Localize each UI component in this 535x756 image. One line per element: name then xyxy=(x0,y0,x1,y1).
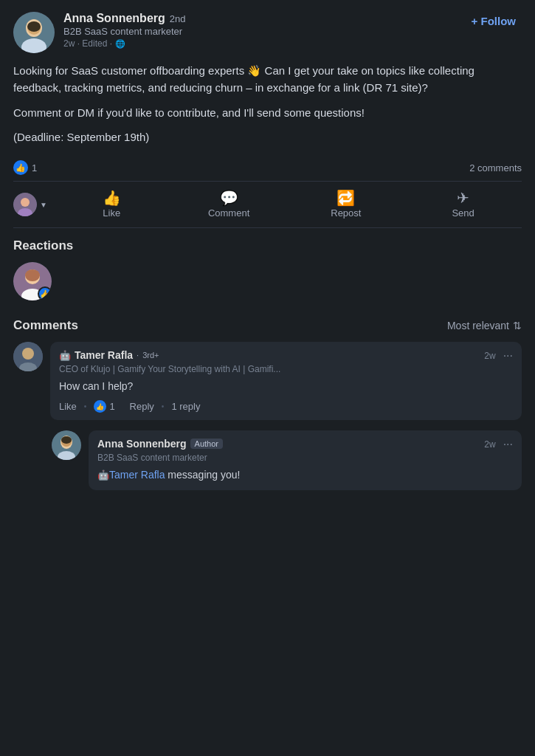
comment-item: 🤖 Tamer Rafla · 3rd+ 2w ··· CEO of Klujo… xyxy=(13,342,522,420)
comment-bubble-tamer: 🤖 Tamer Rafla · 3rd+ 2w ··· CEO of Klujo… xyxy=(50,342,522,420)
comments-header: Comments Most relevant ⇅ xyxy=(13,318,522,333)
comment-like-circle: 👍 xyxy=(94,400,106,413)
reaction-emoji: 👍 xyxy=(38,286,52,300)
reactions-section: Reactions 👍 xyxy=(13,228,522,309)
reply-bubble-anna: Anna Sonnenberg Author 2w ··· B2B SaaS c… xyxy=(89,430,522,490)
author-avatar[interactable] xyxy=(13,12,55,53)
author-title: B2B SaaS content marketer xyxy=(63,26,185,37)
comments-section: Comments Most relevant ⇅ 🤖 Tamer Rafl xyxy=(13,309,522,490)
reply-author-title: B2B SaaS content marketer xyxy=(97,453,513,463)
like-emoji-circle: 👍 xyxy=(13,160,28,175)
send-label: Send xyxy=(452,207,474,219)
sort-button[interactable]: Most relevant ⇅ xyxy=(447,320,522,331)
reply-header-row: Anna Sonnenberg Author 2w ··· xyxy=(97,438,513,451)
reply-avatar-anna[interactable] xyxy=(52,430,81,460)
reactions-label: Reactions xyxy=(13,238,522,253)
sort-icon: ⇅ xyxy=(513,320,522,331)
author-info: Anna Sonnenberg 2nd B2B SaaS content mar… xyxy=(63,12,185,49)
post-time: 2w · Edited · xyxy=(63,38,112,49)
reactor-avatar[interactable]: 👍 xyxy=(13,262,52,300)
comment-like-row: 👍 1 xyxy=(94,400,114,413)
sep3: • xyxy=(162,402,165,410)
comment-meta-row: 2w ··· xyxy=(484,349,513,362)
reply-robot-emoji: 🤖 xyxy=(97,470,109,481)
post-meta: 2w · Edited · 🌐 xyxy=(63,38,185,49)
like-icon: 👍 xyxy=(103,190,121,205)
reactions-count-row: 👍 1 2 comments xyxy=(13,154,522,182)
comment-like-count: 1 xyxy=(109,401,114,412)
post-content: Looking for SaaS customer offboarding ex… xyxy=(13,62,522,145)
comment-time: 2w xyxy=(484,351,495,361)
action-bar-avatar xyxy=(13,193,37,216)
comment-options-icon[interactable]: ··· xyxy=(503,349,513,362)
reply-text-content: messaging you! xyxy=(165,469,240,481)
like-number: 1 xyxy=(32,162,37,173)
author-name[interactable]: Anna Sonnenberg xyxy=(63,12,165,25)
comment-author: 🤖 Tamer Rafla · 3rd+ xyxy=(59,349,159,361)
reply-meta-row: 2w ··· xyxy=(484,438,513,451)
comments-label: Comments xyxy=(13,318,78,333)
sort-label: Most relevant xyxy=(447,320,509,331)
reply-time: 2w xyxy=(484,439,495,450)
like-count[interactable]: 👍 1 xyxy=(13,160,37,175)
commenter-title: CEO of Klujo | Gamify Your Storytelling … xyxy=(59,364,513,374)
author-badge: Author xyxy=(190,439,223,449)
comment-avatar-tamer[interactable] xyxy=(13,342,43,371)
svg-point-6 xyxy=(21,198,30,207)
svg-point-4 xyxy=(27,21,41,32)
follow-button[interactable]: + Follow xyxy=(466,12,522,30)
send-icon: ✈ xyxy=(457,190,469,205)
post-header-left: Anna Sonnenberg 2nd B2B SaaS content mar… xyxy=(13,12,185,53)
reply-comment-item: Anna Sonnenberg Author 2w ··· B2B SaaS c… xyxy=(52,430,522,490)
reply-text: 🤖Tamer Rafla messaging you! xyxy=(97,467,513,483)
comment-author-name[interactable]: Tamer Rafla xyxy=(75,349,133,361)
post-paragraph-1: Looking for SaaS customer offboarding ex… xyxy=(13,62,522,97)
comment-icon: 💬 xyxy=(220,190,238,205)
comments-count[interactable]: 2 comments xyxy=(469,162,522,173)
post-header: Anna Sonnenberg 2nd B2B SaaS content mar… xyxy=(13,12,522,53)
repost-button[interactable]: 🔁 Repost xyxy=(287,186,404,223)
svg-point-11 xyxy=(25,269,40,281)
comment-button[interactable]: 💬 Comment xyxy=(170,186,288,223)
reply-button[interactable]: Reply xyxy=(130,401,154,412)
comment-badge: 3rd+ xyxy=(142,351,159,360)
reply-author-name[interactable]: Anna Sonnenberg xyxy=(97,438,187,450)
reply-mention[interactable]: Tamer Rafla xyxy=(109,469,165,481)
author-name-row: Anna Sonnenberg 2nd xyxy=(63,12,185,25)
comment-header-row: 🤖 Tamer Rafla · 3rd+ 2w ··· xyxy=(59,349,513,362)
post-paragraph-2: Comment or DM if you'd like to contribut… xyxy=(13,104,522,121)
robot-emoji: 🤖 xyxy=(59,350,71,361)
sep1: • xyxy=(84,402,87,410)
reply-options-icon[interactable]: ··· xyxy=(503,438,513,451)
like-label: Like xyxy=(103,207,120,219)
comment-actions: Like • 👍 1 Reply • 1 reply xyxy=(59,400,513,413)
svg-point-13 xyxy=(22,348,34,360)
comment-label: Comment xyxy=(208,207,249,219)
globe-icon: 🌐 xyxy=(115,39,125,49)
repost-icon: 🔁 xyxy=(336,190,355,205)
repost-label: Repost xyxy=(331,207,361,219)
comment-like-button[interactable]: Like xyxy=(59,401,77,412)
comment-connection-badge: · xyxy=(137,351,139,360)
svg-point-19 xyxy=(61,436,72,444)
comment-text: How can I help? xyxy=(59,379,513,394)
post-paragraph-3: (Deadline: September 19th) xyxy=(13,128,522,145)
reply-author: Anna Sonnenberg Author xyxy=(97,438,223,450)
reply-count[interactable]: 1 reply xyxy=(171,401,200,412)
send-button[interactable]: ✈ Send xyxy=(404,186,522,223)
connection-badge: 2nd xyxy=(170,13,186,24)
post-card: Anna Sonnenberg 2nd B2B SaaS content mar… xyxy=(0,0,535,490)
like-button[interactable]: 👍 Like xyxy=(53,186,170,223)
action-bar: ▼ 👍 Like 💬 Comment 🔁 Repost ✈ Send xyxy=(13,183,522,228)
dropdown-arrow-icon[interactable]: ▼ xyxy=(40,201,47,209)
